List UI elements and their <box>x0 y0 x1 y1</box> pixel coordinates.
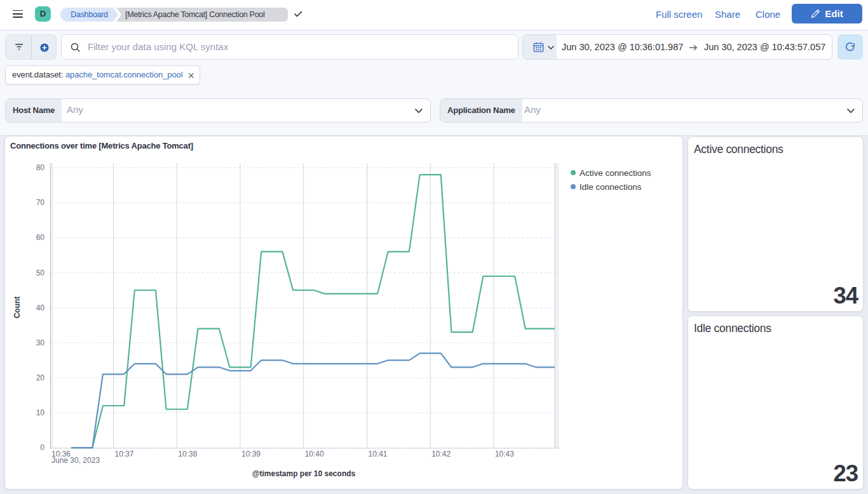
svg-text:10:39: 10:39 <box>241 450 261 458</box>
svg-text:20: 20 <box>36 373 45 382</box>
svg-text:June 30, 2023: June 30, 2023 <box>51 456 100 465</box>
svg-text:10:37: 10:37 <box>115 450 134 458</box>
svg-text:0: 0 <box>40 443 44 452</box>
svg-text:@timestamp per 10 seconds: @timestamp per 10 seconds <box>252 469 356 478</box>
svg-text:30: 30 <box>36 338 45 347</box>
svg-text:Count: Count <box>13 297 22 319</box>
svg-text:60: 60 <box>36 233 45 242</box>
svg-text:40: 40 <box>36 304 45 312</box>
svg-text:50: 50 <box>36 269 45 277</box>
svg-text:10:38: 10:38 <box>178 450 197 458</box>
svg-text:80: 80 <box>36 163 45 172</box>
svg-text:10:43: 10:43 <box>495 450 514 458</box>
svg-text:70: 70 <box>36 198 45 207</box>
svg-text:10:40: 10:40 <box>305 450 324 458</box>
svg-text:10:41: 10:41 <box>369 450 388 458</box>
svg-text:10: 10 <box>36 408 45 417</box>
svg-text:10:42: 10:42 <box>431 450 451 458</box>
